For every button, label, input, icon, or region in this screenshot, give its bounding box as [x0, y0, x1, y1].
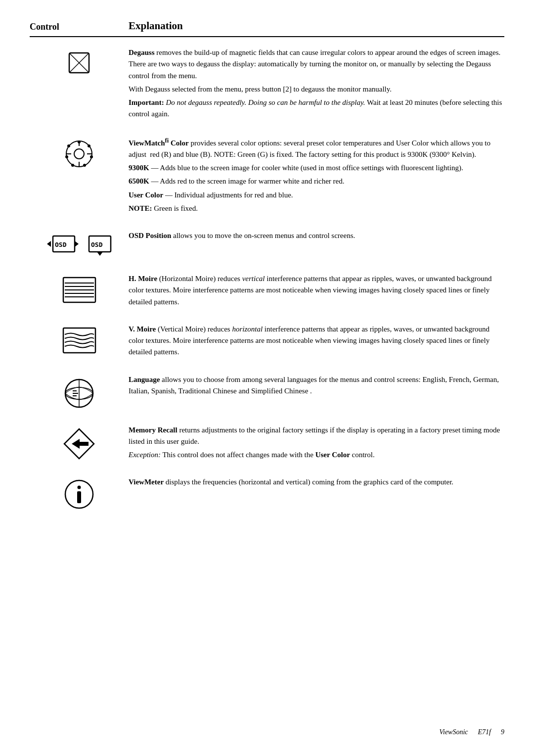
degauss-icon	[30, 47, 129, 84]
svg-point-4	[74, 149, 84, 159]
viewmatch-text: ViewMatchfi Color provides several color…	[129, 136, 504, 217]
svg-rect-38	[80, 442, 89, 446]
hmoire-text: H. Moire (Horizontal Moire) reduces vert…	[129, 273, 504, 310]
header-control: Control	[30, 22, 129, 32]
osd-icon: OSD OSD	[30, 230, 129, 259]
degauss-row: Degauss removes the build-up of magnetic…	[30, 47, 504, 122]
svg-rect-41	[77, 491, 81, 503]
header-explanation: Explanation	[129, 20, 183, 32]
svg-point-40	[77, 486, 81, 489]
footer: ViewSonic E71f 9	[439, 728, 504, 736]
svg-point-11	[90, 155, 93, 158]
svg-text:OSD: OSD	[91, 241, 103, 248]
svg-point-10	[88, 144, 90, 147]
language-text: Language allows you to choose from among…	[129, 374, 504, 399]
footer-brand: ViewSonic	[439, 728, 468, 736]
hmoire-icon	[30, 273, 129, 305]
svg-marker-37	[72, 439, 80, 449]
svg-point-15	[67, 144, 70, 147]
header-row: Control Explanation	[30, 20, 504, 37]
language-icon	[30, 374, 129, 411]
viewmatch-row: ViewMatchfi Color provides several color…	[30, 136, 504, 217]
memory-row: Memory Recall returns adjustments to the…	[30, 425, 504, 463]
footer-page: 9	[501, 728, 504, 736]
viewmatch-icon	[30, 136, 129, 170]
svg-marker-22	[97, 252, 103, 256]
svg-point-14	[65, 155, 68, 158]
svg-marker-19	[75, 241, 79, 247]
language-row: Language allows you to choose from among…	[30, 374, 504, 411]
svg-point-9	[78, 141, 81, 143]
vmoire-icon	[30, 324, 129, 355]
viewmeter-icon	[30, 476, 129, 511]
svg-text:OSD: OSD	[55, 241, 67, 248]
hmoire-row: H. Moire (Horizontal Moire) reduces vert…	[30, 273, 504, 310]
page: Control Explanation Degauss removes the …	[0, 0, 534, 554]
svg-marker-18	[47, 241, 51, 247]
svg-point-12	[83, 164, 86, 167]
osd-row: OSD OSD OSD Position allows you to move …	[30, 230, 504, 259]
memory-icon	[30, 425, 129, 461]
vmoire-row: V. Moire (Vertical Moire) reduces horizo…	[30, 324, 504, 360]
footer-model: E71f	[478, 728, 491, 736]
degauss-text: Degauss removes the build-up of magnetic…	[129, 47, 504, 122]
svg-point-13	[71, 164, 74, 167]
svg-rect-29	[63, 328, 95, 353]
vmoire-text: V. Moire (Vertical Moire) reduces horizo…	[129, 324, 504, 360]
content-table: Degauss removes the build-up of magnetic…	[30, 47, 504, 511]
osd-text: OSD Position allows you to move the on-s…	[129, 230, 504, 243]
viewmeter-text: ViewMeter displays the frequencies (hori…	[129, 476, 504, 490]
viewmeter-row: ViewMeter displays the frequencies (hori…	[30, 476, 504, 511]
memory-text: Memory Recall returns adjustments to the…	[129, 425, 504, 463]
